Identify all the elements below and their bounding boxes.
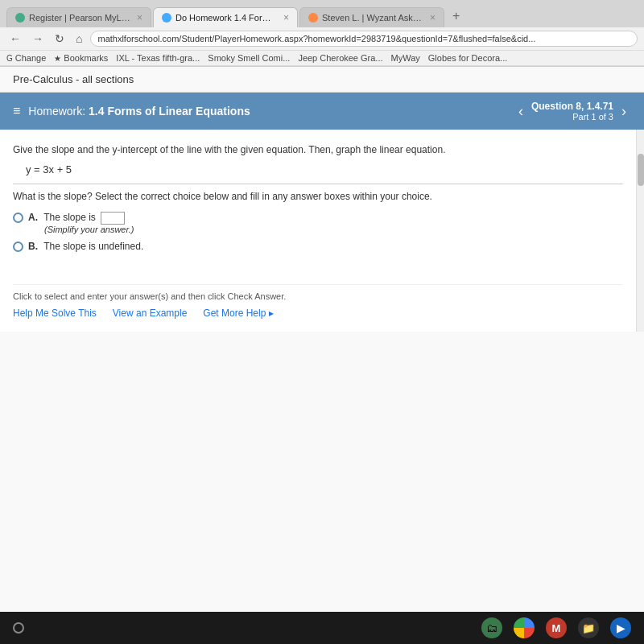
new-tab-button[interactable]: + [446, 5, 466, 27]
simplify-note: (Simplify your answer.) [44, 225, 134, 234]
tab-icon-wyzant [308, 13, 318, 23]
click-instruction: Click to select and enter your answer(s)… [13, 291, 623, 301]
option-a-row: A. The slope is (Simplify your answer.) [13, 212, 623, 234]
help-me-solve-button[interactable]: Help Me Solve This [13, 308, 97, 319]
part-label: Part 1 of 3 [531, 112, 613, 122]
question-instruction: Give the slope and the y-intercept of th… [13, 142, 623, 157]
bookmark-change[interactable]: G Change [6, 53, 46, 63]
taskbar: 🗂 M 📁 ▶ [0, 612, 644, 644]
tab-label-wyzant: Steven L. | Wyzant Ask An Expert [322, 13, 423, 23]
view-example-button[interactable]: View an Example [113, 308, 188, 319]
divider [13, 184, 623, 184]
main-content: Give the slope and the y-intercept of th… [0, 130, 636, 332]
course-header: Pre-Calculus - all sections [0, 67, 644, 93]
page-content: Pre-Calculus - all sections ≡ Homework: … [0, 67, 644, 612]
bottom-instruction: Click to select and enter your answer(s)… [13, 284, 623, 319]
tab-close-pearson[interactable]: × [137, 12, 142, 23]
option-b-content: B. The slope is undefined. [28, 241, 143, 252]
bookmark-jeep[interactable]: Jeep Cherokee Gra... [298, 53, 382, 63]
hw-title-bold: 1.4 Forms of Linear Equations [89, 105, 250, 118]
bookmark-ixl[interactable]: IXL - Texas fifth-gra... [116, 53, 200, 63]
option-a-text: The slope is [43, 212, 96, 223]
question-label: Question 8, 1.4.71 [531, 101, 613, 112]
bookmark-smoky[interactable]: Smoky Smell Comi... [208, 53, 290, 63]
radio-option-a[interactable] [13, 213, 23, 223]
forward-button[interactable]: → [29, 31, 47, 47]
tab-wyzant[interactable]: Steven L. | Wyzant Ask An Expert × [299, 7, 444, 27]
homework-header: ≡ Homework: 1.4 Forms of Linear Equation… [0, 93, 644, 130]
tab-pearson[interactable]: Register | Pearson MyLab & Ma... × [6, 7, 151, 27]
option-b-text: The slope is undefined. [43, 241, 143, 252]
bookmarks-bar: G Change ★ Bookmarks IXL - Texas fifth-g… [0, 51, 644, 66]
bookmark-globes[interactable]: Globes for Decora... [428, 53, 507, 63]
scroll-track[interactable] [636, 130, 644, 332]
course-title: Pre-Calculus - all sections [13, 73, 134, 85]
taskbar-left [13, 622, 24, 634]
scroll-thumb[interactable] [638, 154, 644, 186]
help-buttons: Help Me Solve This View an Example Get M… [13, 308, 623, 319]
get-more-help-button[interactable]: Get More Help ▸ [203, 308, 273, 319]
tab-homework[interactable]: Do Homework 1.4 Forms of Lin... × [153, 7, 298, 27]
hw-title-area: ≡ Homework: 1.4 Forms of Linear Equation… [13, 104, 250, 118]
tab-bar: Register | Pearson MyLab & Ma... × Do Ho… [0, 0, 644, 27]
nav-back-button[interactable]: ‹ [514, 103, 528, 120]
option-b-row: B. The slope is undefined. [13, 241, 623, 252]
radio-option-b[interactable] [13, 242, 23, 252]
option-a-content: A. The slope is (Simplify your answer.) [28, 212, 134, 234]
answer-input-box[interactable] [101, 212, 125, 225]
bookmark-label-bookmarks: Bookmarks [64, 53, 108, 63]
system-circle-icon [13, 622, 24, 634]
bookmark-label-jeep: Jeep Cherokee Gra... [298, 53, 382, 63]
hw-title: Homework: 1.4 Forms of Linear Equations [28, 105, 250, 118]
home-button[interactable]: ⌂ [72, 31, 85, 47]
address-bar: ← → ↻ ⌂ [0, 27, 644, 51]
nav-forward-button[interactable]: › [617, 103, 631, 120]
content-area: Give the slope and the y-intercept of th… [0, 130, 644, 332]
tab-icon-pearson [15, 13, 25, 23]
bookmark-bookmarks[interactable]: ★ Bookmarks [54, 53, 108, 63]
tab-close-wyzant[interactable]: × [430, 12, 436, 23]
files2-taskbar-icon[interactable]: 📁 [578, 617, 599, 638]
bookmark-label-myway: MyWay [391, 53, 420, 63]
chrome-taskbar-icon[interactable] [514, 617, 535, 638]
bookmark-label-smoky: Smoky Smell Comi... [208, 53, 290, 63]
tab-close-homework[interactable]: × [283, 12, 289, 23]
bookmark-label-change: Change [15, 53, 47, 63]
option-a-label: A. [28, 212, 38, 223]
bookmark-label-ixl: IXL - Texas fifth-gra... [116, 53, 200, 63]
option-b-label: B. [28, 241, 38, 252]
tab-icon-homework [162, 13, 171, 23]
menu-icon[interactable]: ≡ [13, 104, 20, 118]
bookmark-myway[interactable]: MyWay [391, 53, 420, 63]
bookmark-label-globes: Globes for Decora... [428, 53, 507, 63]
equation-display: y = 3x + 5 [26, 163, 623, 175]
tab-label-homework: Do Homework 1.4 Forms of Lin... [175, 13, 277, 23]
bookmark-icon-change: G [6, 54, 13, 63]
star-icon: ★ [54, 54, 61, 63]
tab-label-pearson: Register | Pearson MyLab & Ma... [29, 13, 130, 23]
question-prompt: What is the slope? Select the correct ch… [13, 191, 623, 202]
address-input[interactable] [90, 31, 638, 47]
taskbar-right: 🗂 M 📁 ▶ [481, 617, 631, 638]
question-info: Question 8, 1.4.71 Part 1 of 3 [531, 101, 613, 122]
play-taskbar-icon[interactable]: ▶ [610, 617, 631, 638]
refresh-button[interactable]: ↻ [52, 31, 68, 47]
gmail-taskbar-icon[interactable]: M [546, 617, 567, 638]
back-button[interactable]: ← [6, 31, 24, 47]
files-taskbar-icon[interactable]: 🗂 [481, 617, 502, 638]
